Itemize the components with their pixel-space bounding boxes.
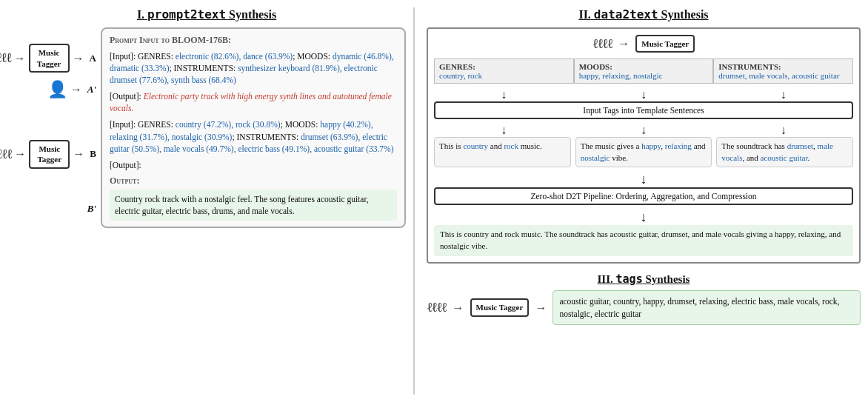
label-aprime: A' bbox=[87, 84, 96, 96]
person-icon: 👤 bbox=[47, 80, 67, 99]
d2t-top: ℓℓℓℓ → Music Tagger bbox=[434, 35, 853, 53]
tags-music-tagger: Music Tagger bbox=[470, 298, 530, 316]
d2t-template-box: Input Tags into Template Sentences bbox=[434, 101, 853, 119]
d2t-pipeline-box: Zero-shot D2T Pipeline: Ordering, Aggreg… bbox=[434, 187, 853, 205]
d2t-col-arrows-2: ↓ ↓ ↓ bbox=[434, 124, 853, 137]
tags-row: ℓℓℓℓ → Music Tagger → acoustic guitar, c… bbox=[427, 290, 861, 325]
music-tagger-b: Music Tagger bbox=[29, 140, 70, 169]
signal-row-a: ℓℓℓℓ → Music Tagger → A bbox=[0, 44, 96, 73]
d2t-col-arrows-1: ↓ ↓ ↓ bbox=[434, 88, 853, 101]
d2t-container: ℓℓℓℓ → Music Tagger GENRES: country, roc… bbox=[427, 27, 861, 264]
arrow-b: → bbox=[14, 147, 26, 161]
label-b: B bbox=[90, 148, 96, 160]
arrow-a: → bbox=[14, 52, 26, 65]
section1-title: I. prompt2text Synthesis bbox=[137, 7, 276, 21]
right-panel: II. data2text Synthesis ℓℓℓℓ → Music Tag… bbox=[422, 7, 861, 395]
left-signals: ℓℓℓℓ → Music Tagger → A 👤 → A' bbox=[7, 27, 96, 228]
d2t-mood-cell: MOODS: happy, relaxing, nostalgic bbox=[574, 58, 714, 84]
prompt-box-title: Prompt Input to BLOOM-176B: bbox=[110, 35, 397, 46]
d2t-signal-icon: ℓℓℓℓ bbox=[592, 36, 612, 52]
section3-title: III. tags Synthesis bbox=[427, 272, 861, 286]
tags-output-box: acoustic guitar, country, happy, drumset… bbox=[552, 290, 861, 325]
d2t-sentence1: This is country and rock music. bbox=[434, 137, 571, 167]
signal-row-b: ℓℓℓℓ → Music Tagger → B bbox=[0, 140, 96, 169]
section3: III. tags Synthesis ℓℓℓℓ → Music Tagger … bbox=[427, 272, 861, 325]
output-text: Country rock track with a nostalgic feel… bbox=[110, 190, 397, 221]
d2t-music-tagger: Music Tagger bbox=[635, 35, 695, 53]
main-container: I. prompt2text Synthesis ℓℓℓℓ → Music Ta… bbox=[0, 0, 868, 402]
d2t-instrument-cell: INSTRUMENTS: drumset, male vocals, acous… bbox=[713, 58, 853, 84]
d2t-arrow: → bbox=[618, 37, 630, 50]
prompt-box: Prompt Input to BLOOM-176B: [Input]: GEN… bbox=[101, 27, 406, 228]
output-label: Output: bbox=[110, 175, 397, 187]
left-content: ℓℓℓℓ → Music Tagger → A 👤 → A' bbox=[7, 27, 406, 228]
prompt-block2: [Input]: GENRES: country (47.2%), rock (… bbox=[110, 118, 397, 154]
left-panel: I. prompt2text Synthesis ℓℓℓℓ → Music Ta… bbox=[7, 7, 415, 395]
label-a: A bbox=[90, 53, 96, 64]
d2t-sentence3: The soundtrack has drumset, male vocals,… bbox=[716, 137, 853, 167]
music-tagger-a: Music Tagger bbox=[29, 44, 70, 73]
signal-row-aprime: 👤 → A' bbox=[47, 80, 96, 99]
d2t-result-box: This is country and rock music. The soun… bbox=[434, 225, 853, 256]
tags-arrow1: → bbox=[453, 301, 464, 315]
signal-icon-a: ℓℓℓℓ bbox=[0, 50, 11, 66]
d2t-genre-cell: GENRES: country, rock bbox=[434, 58, 574, 84]
d2t-sentence2: The music gives a happy, relaxing and no… bbox=[575, 137, 712, 167]
prompt-block1: [Input]: GENRES: electronic (82.6%), dan… bbox=[110, 50, 397, 86]
signal-icon-b: ℓℓℓℓ bbox=[0, 147, 11, 162]
d2t-down-arrow2: ↓ bbox=[434, 210, 853, 225]
label-bprime: B' bbox=[87, 203, 96, 214]
d2t-down-arrow: ↓ bbox=[434, 172, 853, 187]
section2-title: II. data2text Synthesis bbox=[427, 7, 861, 21]
prompt-output1: [Output]: Electronic party track with hi… bbox=[110, 90, 397, 114]
tags-signal-icon: ℓℓℓℓ bbox=[427, 300, 447, 315]
d2t-sentences-row: This is country and rock music. The musi… bbox=[434, 137, 853, 167]
d2t-tags-row: GENRES: country, rock MOODS: happy, rela… bbox=[434, 58, 853, 84]
prompt-output2-label: [Output]: bbox=[110, 159, 397, 171]
tags-arrow2: → bbox=[535, 301, 547, 315]
